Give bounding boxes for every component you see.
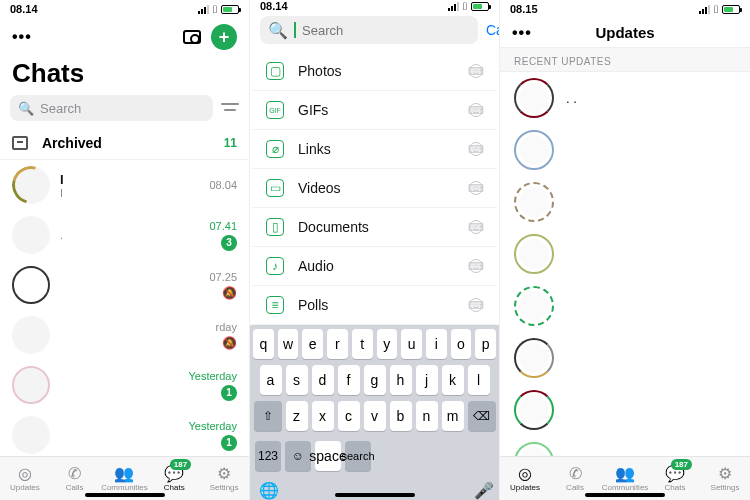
page-title: Chats <box>0 56 249 95</box>
key-g[interactable]: g <box>364 365 386 395</box>
key-t[interactable]: t <box>352 329 373 359</box>
keyboard-hint-icon: ⌨ <box>469 181 483 195</box>
key-w[interactable]: w <box>278 329 299 359</box>
status-row[interactable] <box>500 280 750 332</box>
filter-label: Photos <box>298 63 455 79</box>
key-b[interactable]: b <box>390 401 412 431</box>
search-field[interactable]: 🔍 <box>260 16 478 44</box>
archived-row[interactable]: Archived 11 <box>0 127 249 160</box>
updates-icon: ◎ <box>518 466 532 482</box>
avatar <box>12 366 50 404</box>
key-emoji[interactable]: ☺ <box>285 441 311 471</box>
unread-badge: 1 <box>221 385 237 401</box>
filter-links[interactable]: ⌀Links⌨ <box>252 130 497 169</box>
home-indicator[interactable] <box>85 493 165 497</box>
filter-audio[interactable]: ♪Audio⌨ <box>252 247 497 286</box>
polls-icon: ≡ <box>266 296 284 314</box>
status-row[interactable] <box>500 332 750 384</box>
home-indicator[interactable] <box>585 493 665 497</box>
key-search[interactable]: search <box>345 441 371 471</box>
key-d[interactable]: d <box>312 365 334 395</box>
key-a[interactable]: a <box>260 365 282 395</box>
chat-row[interactable]: II 08.04 <box>0 160 249 210</box>
key-s[interactable]: s <box>286 365 308 395</box>
globe-icon[interactable]: 🌐 <box>259 481 279 500</box>
status-row[interactable] <box>500 176 750 228</box>
avatar <box>12 266 50 304</box>
compose-button[interactable]: + <box>211 24 237 50</box>
chat-row[interactable]: Yesterday1 <box>0 410 249 456</box>
chat-time: Yesterday <box>188 420 237 432</box>
signal-icon <box>699 5 710 14</box>
home-indicator[interactable] <box>335 493 415 497</box>
chat-row[interactable]: 07.25🔕 <box>0 260 249 310</box>
camera-button[interactable] <box>183 30 201 44</box>
key-y[interactable]: y <box>377 329 398 359</box>
key-u[interactable]: u <box>401 329 422 359</box>
key-x[interactable]: x <box>312 401 334 431</box>
wifi-icon: 􀙇 <box>213 3 217 15</box>
filter-photos[interactable]: ▢Photos⌨ <box>252 52 497 91</box>
key-m[interactable]: m <box>442 401 464 431</box>
more-button[interactable]: ••• <box>512 24 532 42</box>
search-input[interactable] <box>302 23 470 38</box>
key-c[interactable]: c <box>338 401 360 431</box>
key-z[interactable]: z <box>286 401 308 431</box>
status-row[interactable] <box>500 228 750 280</box>
status-ring <box>514 286 554 326</box>
key-123[interactable]: 123 <box>255 441 281 471</box>
status-row[interactable]: . . <box>500 72 750 124</box>
key-r[interactable]: r <box>327 329 348 359</box>
tab-updates[interactable]: ◎Updates <box>500 457 550 500</box>
key-space[interactable]: space <box>315 441 341 471</box>
tab-settings[interactable]: ⚙Settings <box>199 457 249 500</box>
key-l[interactable]: l <box>468 365 490 395</box>
mic-icon[interactable]: 🎤 <box>474 481 494 500</box>
more-button[interactable]: ••• <box>12 28 32 46</box>
filter-documents[interactable]: ▯Documents⌨ <box>252 208 497 247</box>
search-input[interactable]: 🔍 Search <box>10 95 213 121</box>
status-time: 08.15 <box>510 3 538 15</box>
filter-gifs[interactable]: GIFGIFs⌨ <box>252 91 497 130</box>
key-o[interactable]: o <box>451 329 472 359</box>
videos-icon: ▭ <box>266 179 284 197</box>
status-ring <box>514 390 554 430</box>
chat-row[interactable]: rday🔕 <box>0 310 249 360</box>
header: ••• + <box>0 18 249 56</box>
tab-updates[interactable]: ◎Updates <box>0 457 50 500</box>
chats-badge: 187 <box>671 459 692 470</box>
unread-badge: 1 <box>221 435 237 451</box>
filter-label: Links <box>298 141 455 157</box>
key-n[interactable]: n <box>416 401 438 431</box>
filter-videos[interactable]: ▭Videos⌨ <box>252 169 497 208</box>
key-j[interactable]: j <box>416 365 438 395</box>
keyboard-hint-icon: ⌨ <box>469 298 483 312</box>
key-p[interactable]: p <box>475 329 496 359</box>
key-v[interactable]: v <box>364 401 386 431</box>
battery-icon <box>221 5 239 14</box>
key-k[interactable]: k <box>442 365 464 395</box>
cancel-button[interactable]: Cancel <box>486 22 500 38</box>
tab-settings[interactable]: ⚙Settings <box>700 457 750 500</box>
status-row[interactable] <box>500 384 750 436</box>
key-shift[interactable]: ⇧ <box>254 401 282 431</box>
key-f[interactable]: f <box>338 365 360 395</box>
search-screen: 08.14 􀙇 🔍 Cancel ▢Photos⌨GIFGIFs⌨⌀Links⌨… <box>250 0 500 500</box>
chat-row[interactable]: . 07.413 <box>0 210 249 260</box>
status-row[interactable] <box>500 436 750 456</box>
status-row[interactable] <box>500 124 750 176</box>
chat-time: rday <box>216 321 237 333</box>
key-q[interactable]: q <box>253 329 274 359</box>
chat-row[interactable]: Yesterday1 <box>0 360 249 410</box>
key-h[interactable]: h <box>390 365 412 395</box>
keyboard-hint-icon: ⌨ <box>469 220 483 234</box>
filter-polls[interactable]: ≡Polls⌨ <box>252 286 497 325</box>
battery-icon <box>722 5 740 14</box>
key-backspace[interactable]: ⌫ <box>468 401 496 431</box>
filter-button[interactable] <box>221 101 239 115</box>
chat-time: Yesterday <box>188 370 237 382</box>
chat-time: 07.41 <box>209 220 237 232</box>
key-e[interactable]: e <box>302 329 323 359</box>
key-i[interactable]: i <box>426 329 447 359</box>
status-ring <box>514 130 554 170</box>
